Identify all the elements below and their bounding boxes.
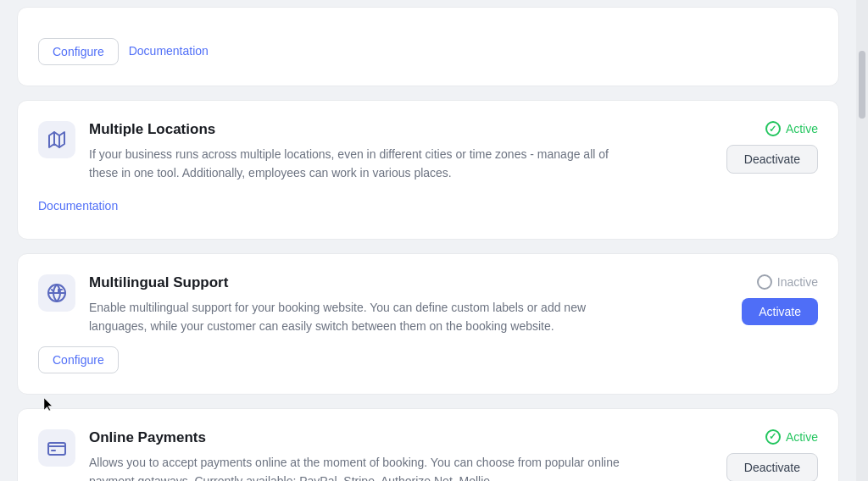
multiple-locations-status-label: Active (786, 122, 818, 135)
multilingual-support-left: Multilingual Support Enable multilingual… (38, 274, 725, 336)
online-payments-status-label: Active (786, 430, 818, 444)
multiple-locations-body: Multiple Locations If your business runs… (89, 121, 709, 183)
multiple-locations-actions: Documentation (38, 193, 818, 218)
inactive-status-icon (757, 274, 772, 290)
multilingual-support-activate-button[interactable]: Activate (742, 298, 818, 325)
svg-line-4 (52, 290, 53, 291)
payment-icon (38, 429, 75, 467)
scrollbar-thumb[interactable] (859, 51, 865, 119)
multiple-locations-title: Multiple Locations (89, 121, 709, 138)
map-icon (38, 121, 75, 158)
online-payments-status: Active (765, 429, 818, 445)
multilingual-support-status: Inactive (757, 274, 818, 290)
online-payments-title: Online Payments (89, 429, 709, 446)
multilingual-support-body: Multilingual Support Enable multilingual… (89, 274, 725, 336)
configure-button-multilingual[interactable]: Configure (38, 346, 119, 373)
multiple-locations-left: Multiple Locations If your business runs… (38, 121, 709, 183)
configure-button-top[interactable]: Configure (38, 38, 119, 65)
active-status-icon (765, 121, 781, 136)
multiple-locations-card: Multiple Locations If your business runs… (17, 100, 839, 240)
online-payments-card: Online Payments Allows you to accept pay… (17, 408, 839, 481)
online-payments-description: Allows you to accept payments online at … (89, 453, 632, 481)
online-payments-left: Online Payments Allows you to accept pay… (38, 429, 709, 481)
multilingual-support-header: Multilingual Support Enable multilingual… (38, 274, 818, 336)
online-payments-right: Active Deactivate (726, 429, 818, 481)
multiple-locations-deactivate-button[interactable]: Deactivate (726, 145, 818, 174)
multilingual-support-status-label: Inactive (777, 275, 818, 289)
multilingual-support-title: Multilingual Support (89, 274, 725, 291)
online-payments-header: Online Payments Allows you to accept pay… (38, 429, 818, 481)
multiple-locations-description: If your business runs across multiple lo… (89, 145, 632, 183)
multiple-locations-right: Active Deactivate (726, 121, 818, 174)
multilingual-support-description: Enable multilingual support for your boo… (89, 298, 632, 336)
top-card-actions: Configure Documentation (38, 38, 818, 65)
language-icon (38, 274, 75, 312)
multilingual-support-actions: Configure (38, 346, 818, 373)
online-payments-active-icon (765, 429, 781, 445)
svg-rect-7 (48, 443, 65, 455)
multiple-locations-status: Active (765, 121, 818, 136)
documentation-link-top[interactable]: Documentation (129, 38, 209, 65)
documentation-link-multiple-locations[interactable]: Documentation (38, 193, 118, 218)
multilingual-support-right: Inactive Activate (742, 274, 818, 325)
multiple-locations-header: Multiple Locations If your business runs… (38, 121, 818, 183)
online-payments-body: Online Payments Allows you to accept pay… (89, 429, 709, 481)
multilingual-support-card: Multilingual Support Enable multilingual… (17, 253, 839, 395)
online-payments-deactivate-button[interactable]: Deactivate (726, 453, 818, 481)
scrollbar-track[interactable] (856, 0, 868, 481)
top-partial-card: Configure Documentation (17, 7, 839, 86)
